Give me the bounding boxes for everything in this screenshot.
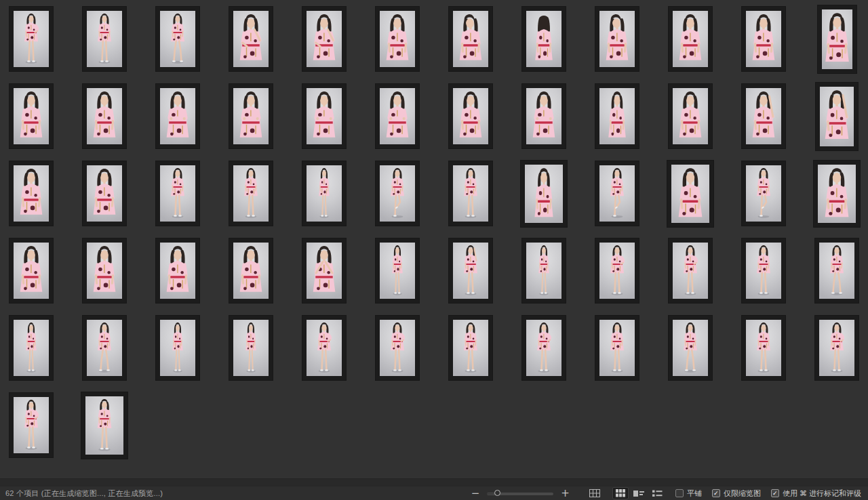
thumbnail[interactable] <box>83 84 126 148</box>
thumbnail[interactable] <box>815 84 859 148</box>
thumbnail[interactable] <box>742 84 785 148</box>
thumbnail[interactable] <box>229 161 273 226</box>
thumbnail-frame <box>669 316 712 380</box>
thumbnail-frame <box>376 238 419 303</box>
cmd-rating-checkbox[interactable]: ✓ <box>771 489 779 497</box>
thumbnail[interactable] <box>595 238 639 303</box>
thumbnail[interactable] <box>815 238 859 303</box>
thumbnail[interactable] <box>156 161 199 226</box>
thumbnail[interactable] <box>302 238 346 303</box>
slider-thumb[interactable] <box>494 490 500 496</box>
thumbnail-size-slider[interactable] <box>487 489 553 497</box>
photo-half-stand <box>14 88 49 144</box>
option-tile[interactable]: 平铺 <box>675 488 702 499</box>
thumbnail[interactable] <box>449 7 492 71</box>
thumbnail[interactable] <box>156 316 199 380</box>
thumbnail[interactable] <box>815 161 859 226</box>
thumbnail-frame <box>595 238 639 303</box>
zoom-out-button[interactable]: − <box>469 488 482 499</box>
list-view-button[interactable] <box>650 488 665 499</box>
thumbnail[interactable] <box>9 7 53 71</box>
thumbnail[interactable] <box>742 316 785 380</box>
thumbnail[interactable] <box>376 238 419 303</box>
slider-track-left <box>487 493 494 495</box>
statusbar-controls: − + <box>469 488 861 499</box>
grid-view-icon <box>616 489 625 497</box>
thumbnail[interactable] <box>302 161 346 226</box>
thumbnails-only-checkbox[interactable]: ✓ <box>712 489 720 497</box>
thumbnail-frame <box>449 161 492 226</box>
thumbnail[interactable] <box>449 161 492 226</box>
thumbnail[interactable] <box>376 7 419 71</box>
thumbnail[interactable] <box>229 84 273 148</box>
thumbnail[interactable] <box>669 84 712 148</box>
thumbnail[interactable] <box>302 316 346 380</box>
thumbnail[interactable] <box>83 7 126 71</box>
thumbnail[interactable] <box>449 84 492 148</box>
thumbnail[interactable] <box>742 7 785 71</box>
thumbnail[interactable] <box>229 7 273 71</box>
thumbnail-frame <box>83 316 126 380</box>
photo-half-cross <box>233 88 269 144</box>
thumbnail[interactable] <box>595 7 639 71</box>
thumbnail-frame <box>9 316 53 380</box>
thumbnail[interactable] <box>522 238 566 303</box>
thumbnail[interactable] <box>522 84 566 148</box>
zoom-in-button[interactable]: + <box>559 488 572 499</box>
thumbnail[interactable] <box>815 316 859 380</box>
thumbnail[interactable] <box>229 316 273 380</box>
thumbnail[interactable] <box>815 7 859 71</box>
thumbnail[interactable] <box>595 84 639 148</box>
photo-half-stand <box>673 11 708 67</box>
thumbnail[interactable] <box>669 316 712 380</box>
thumbnail[interactable] <box>83 393 126 457</box>
thumbnail[interactable] <box>83 316 126 380</box>
photo-full-stand <box>85 396 123 455</box>
thumbnail[interactable] <box>9 393 53 457</box>
thumbnail[interactable] <box>156 7 199 71</box>
thumbnail-frame <box>595 316 639 380</box>
photo-full-stand <box>746 243 781 299</box>
thumbnail[interactable] <box>9 161 53 226</box>
thumbnail[interactable] <box>9 84 53 148</box>
thumbnail[interactable] <box>156 84 199 148</box>
thumbnail-frame <box>742 7 785 71</box>
thumbnail[interactable] <box>595 316 639 380</box>
thumbnail[interactable] <box>83 238 126 303</box>
thumbnail-frame <box>229 161 273 226</box>
thumbnail[interactable] <box>669 7 712 71</box>
thumbnail-frame <box>449 316 492 380</box>
table-view-button[interactable] <box>587 488 603 499</box>
thumbnail[interactable] <box>376 84 419 148</box>
option-cmd-rating[interactable]: ✓ 使用 ⌘ 进行标记和评级 <box>771 488 861 499</box>
detail-view-button[interactable] <box>631 488 647 499</box>
thumbnail[interactable] <box>522 316 566 380</box>
thumbnail[interactable] <box>522 7 566 71</box>
thumbnail[interactable] <box>742 238 785 303</box>
photo-half-stand <box>233 243 269 299</box>
thumbnail-frame <box>449 238 492 303</box>
thumbnail[interactable] <box>302 84 346 148</box>
thumbnail-frame <box>9 393 53 457</box>
thumbnail-frame <box>229 84 273 148</box>
thumbnail[interactable] <box>449 316 492 380</box>
grid-view-button[interactable] <box>613 488 628 499</box>
thumbnail[interactable] <box>595 161 639 226</box>
thumbnail[interactable] <box>669 238 712 303</box>
photo-full-side <box>526 243 561 299</box>
thumbnail[interactable] <box>9 316 53 380</box>
photo-half-chin <box>307 11 342 67</box>
thumbnail[interactable] <box>302 7 346 71</box>
thumbnail[interactable] <box>156 238 199 303</box>
thumbnail[interactable] <box>522 161 566 226</box>
option-thumbnails-only[interactable]: ✓ 仅限缩览图 <box>712 488 761 499</box>
thumbnail[interactable] <box>742 161 785 226</box>
thumbnail[interactable] <box>9 238 53 303</box>
thumbnail[interactable] <box>669 161 712 226</box>
tile-checkbox[interactable] <box>675 489 684 497</box>
thumbnail[interactable] <box>83 161 126 226</box>
thumbnail[interactable] <box>376 161 419 226</box>
thumbnail[interactable] <box>376 316 419 380</box>
thumbnail[interactable] <box>449 238 492 303</box>
thumbnail[interactable] <box>229 238 273 303</box>
